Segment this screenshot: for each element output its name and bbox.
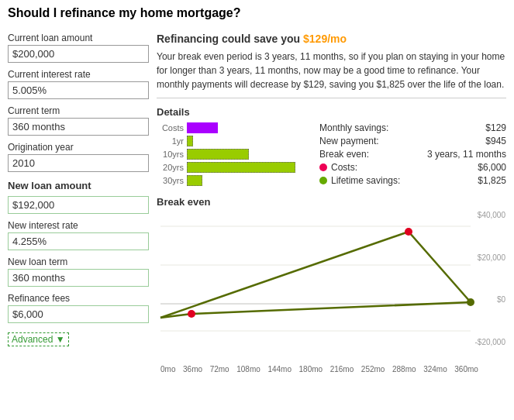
- x-label-180mo: 180mo: [299, 365, 323, 374]
- fees-label: Refinance fees: [8, 293, 149, 304]
- origination-input[interactable]: [8, 154, 149, 172]
- bar-row-20yr: 20yrs: [157, 162, 312, 173]
- new-loan-input[interactable]: [8, 196, 149, 214]
- new-rate-label: New interest rate: [8, 220, 149, 231]
- x-label-288mo: 288mo: [392, 365, 416, 374]
- new-loan-section-title: New loan amount: [8, 180, 149, 191]
- fees-group: Refinance fees: [8, 293, 149, 323]
- x-axis-labels: 0mo 36mo 72mo 108mo 144mo 180mo 216mo 25…: [160, 365, 478, 374]
- details-stats: Monthly savings: $129 New payment: $945 …: [319, 122, 506, 188]
- bar-row-costs: Costs: [157, 122, 312, 133]
- new-rate-input[interactable]: [8, 232, 149, 250]
- details-content: Costs 1yr 10yrs 20yrs: [157, 122, 506, 188]
- x-label-72mo: 72mo: [210, 365, 229, 374]
- new-rate-group: New interest rate: [8, 220, 149, 250]
- x-label-360mo: 360mo: [454, 365, 478, 374]
- break-even-title: Break even: [157, 196, 506, 208]
- monthly-savings-value: $129: [485, 122, 506, 133]
- advanced-link[interactable]: Advanced ▼: [8, 332, 69, 346]
- costs-legend-label: Costs:: [331, 162, 470, 173]
- new-term-group: New loan term: [8, 256, 149, 287]
- costs-legend-value: $6,000: [478, 162, 506, 173]
- bar-row-1yr: 1yr: [157, 136, 312, 146]
- bar-row-10yr: 10yrs: [157, 149, 312, 160]
- yr10-bar: [187, 149, 249, 160]
- yr30-bar: [187, 175, 202, 186]
- costs-legend-row: Costs: $6,000: [319, 162, 506, 173]
- yr30-bar-label: 30yrs: [157, 176, 184, 185]
- yr20-bar-label: 20yrs: [157, 163, 184, 172]
- x-label-0mo: 0mo: [160, 365, 175, 374]
- new-payment-value: $945: [485, 136, 506, 146]
- current-rate-label: Current interest rate: [8, 69, 149, 80]
- lifetime-savings-label: Lifetime savings:: [331, 175, 470, 186]
- y-label-40k: $40,000: [471, 211, 505, 219]
- costs-dot: [319, 164, 327, 171]
- monthly-savings-label: Monthly savings:: [319, 122, 388, 133]
- costs-bar: [187, 122, 218, 133]
- current-term-label: Current term: [8, 105, 149, 116]
- y-label-0: $0: [471, 295, 505, 304]
- break-even-chart: [160, 211, 478, 346]
- savings-amount: $129/mo: [303, 33, 347, 45]
- left-panel: Current loan amount Current interest rat…: [8, 33, 149, 374]
- current-loan-group: Current loan amount: [8, 33, 149, 63]
- new-payment-row: New payment: $945: [319, 136, 506, 146]
- yr20-bar: [187, 162, 295, 173]
- y-label-neg20k: -$20,000: [471, 338, 505, 346]
- costs-bar-label: Costs: [157, 123, 184, 133]
- monthly-savings-row: Monthly savings: $129: [319, 122, 506, 133]
- origination-group: Origination year: [8, 142, 149, 172]
- lifetime-savings-value: $1,825: [478, 175, 506, 186]
- x-label-324mo: 324mo: [423, 365, 447, 374]
- x-label-252mo: 252mo: [361, 365, 385, 374]
- bar-row-30yr: 30yrs: [157, 175, 312, 186]
- break-even-section: Break even: [157, 196, 506, 374]
- x-label-144mo: 144mo: [267, 365, 291, 374]
- current-rate-input[interactable]: [8, 81, 149, 99]
- current-loan-label: Current loan amount: [8, 33, 149, 43]
- current-term-group: Current term: [8, 105, 149, 136]
- break-even-row: Break even: 3 years, 11 months: [319, 149, 506, 160]
- new-term-input[interactable]: [8, 269, 149, 287]
- start-dot: [188, 310, 195, 318]
- x-label-108mo: 108mo: [236, 365, 260, 374]
- current-term-input[interactable]: [8, 118, 149, 136]
- current-rate-group: Current interest rate: [8, 69, 149, 99]
- yr1-bar: [187, 136, 193, 146]
- description: Your break even period is 3 years, 11 mo…: [157, 50, 506, 98]
- savings-headline: Refinancing could save you $129/mo: [157, 33, 506, 45]
- details-section: Details Costs 1yr 10yrs: [157, 106, 506, 188]
- current-loan-input[interactable]: [8, 45, 149, 63]
- yr1-bar-label: 1yr: [157, 136, 184, 146]
- page-title: Should I refinance my home mortgage?: [0, 0, 514, 25]
- y-axis-labels: $40,000 $20,000 $0 -$20,000: [471, 211, 505, 346]
- new-loan-group: [8, 196, 149, 214]
- fees-input[interactable]: [8, 305, 149, 323]
- bar-chart: Costs 1yr 10yrs 20yrs: [157, 122, 312, 188]
- break-even-chart-container: $40,000 $20,000 $0 -$20,000 0mo 36mo 72m…: [157, 211, 505, 374]
- yr10-bar-label: 10yrs: [157, 150, 184, 159]
- break-even-label: Break even:: [319, 149, 369, 160]
- x-label-216mo: 216mo: [330, 365, 354, 374]
- details-title: Details: [157, 106, 506, 118]
- break-even-line-flat: [160, 302, 471, 318]
- peak-dot: [405, 228, 412, 236]
- break-even-value: 3 years, 11 months: [427, 149, 506, 160]
- origination-label: Origination year: [8, 142, 149, 153]
- lifetime-savings-dot: [319, 177, 327, 184]
- right-panel: Refinancing could save you $129/mo Your …: [157, 33, 506, 374]
- new-term-label: New loan term: [8, 256, 149, 267]
- y-label-20k: $20,000: [471, 253, 505, 262]
- x-label-36mo: 36mo: [183, 365, 202, 374]
- new-payment-label: New payment:: [319, 136, 379, 146]
- lifetime-savings-legend-row: Lifetime savings: $1,825: [319, 175, 506, 186]
- savings-prefix: Refinancing could save you: [157, 33, 303, 45]
